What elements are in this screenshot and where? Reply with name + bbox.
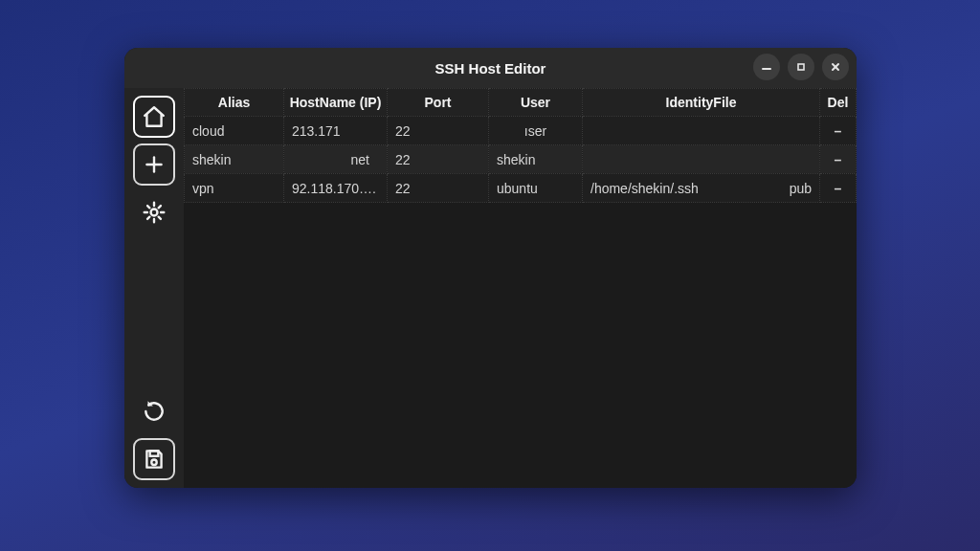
gear-icon [142, 200, 167, 225]
col-header-del[interactable]: Del [820, 89, 857, 117]
cell-alias[interactable]: cloud [185, 117, 284, 145]
main-panel: Alias HostName (IP) Port User IdentityFi… [184, 88, 857, 488]
cell-alias[interactable]: shekin [185, 145, 284, 174]
sidebar-settings-button[interactable] [133, 191, 175, 233]
app-window: SSH Host Editor [124, 48, 857, 488]
home-icon [142, 104, 167, 129]
col-header-user[interactable]: User [489, 89, 583, 117]
maximize-button[interactable] [788, 54, 814, 80]
delete-row-button[interactable]: – [820, 117, 857, 145]
cell-hostname[interactable]: 92.118.170…. [284, 174, 388, 203]
window-body: Alias HostName (IP) Port User IdentityFi… [124, 88, 857, 488]
cell-user[interactable]: ıser [489, 117, 583, 145]
sidebar-reload-button[interactable] [133, 390, 175, 432]
svg-rect-1 [798, 64, 804, 70]
cell-port[interactable]: 22 [388, 145, 489, 174]
col-header-hostname[interactable]: HostName (IP) [284, 89, 388, 117]
col-header-identityfile[interactable]: IdentityFile [583, 89, 820, 117]
close-icon [830, 61, 841, 73]
sidebar-add-button[interactable] [133, 143, 175, 186]
col-header-alias[interactable]: Alias [185, 89, 284, 117]
close-button[interactable] [822, 54, 849, 80]
cell-identityfile[interactable] [583, 117, 820, 145]
delete-row-button[interactable]: – [820, 174, 857, 203]
window-controls [753, 54, 849, 80]
cell-user[interactable]: shekin [489, 145, 583, 174]
maximize-icon [795, 61, 807, 73]
delete-row-button[interactable]: – [820, 145, 857, 174]
minimize-icon [761, 61, 772, 73]
table-row[interactable]: shekin net 22 shekin – [185, 145, 857, 174]
sidebar-save-button[interactable] [133, 438, 175, 480]
cell-port[interactable]: 22 [388, 117, 489, 145]
hosts-table: Alias HostName (IP) Port User IdentityFi… [184, 88, 857, 203]
titlebar: SSH Host Editor [124, 48, 857, 88]
cell-identityfile[interactable] [583, 145, 820, 174]
window-title: SSH Host Editor [124, 60, 857, 77]
cell-identityfile[interactable]: /home/shekin/.ssh pub [583, 174, 820, 203]
svg-rect-7 [150, 451, 159, 455]
cell-hostname[interactable]: 213.171 [284, 117, 388, 145]
save-icon [142, 447, 167, 472]
cell-user[interactable]: ubuntu [489, 174, 583, 203]
cell-alias[interactable]: vpn [185, 174, 284, 203]
plus-icon [142, 152, 167, 177]
col-header-port[interactable]: Port [388, 89, 489, 117]
table-row[interactable]: vpn 92.118.170…. 22 ubuntu /home/shekin/… [185, 174, 857, 203]
table-header-row: Alias HostName (IP) Port User IdentityFi… [185, 89, 857, 117]
minimize-button[interactable] [753, 54, 780, 80]
svg-point-6 [151, 209, 158, 216]
cell-identityfile-path: /home/shekin/.ssh [590, 181, 699, 196]
table-row[interactable]: cloud 213.171 22 ıser – [185, 117, 857, 145]
svg-point-8 [151, 460, 156, 465]
cell-port[interactable]: 22 [388, 174, 489, 203]
sidebar [124, 88, 184, 488]
cell-hostname[interactable]: net [284, 145, 388, 174]
cell-identityfile-suffix: pub [790, 181, 812, 196]
reload-icon [142, 399, 167, 424]
sidebar-home-button[interactable] [133, 96, 175, 138]
